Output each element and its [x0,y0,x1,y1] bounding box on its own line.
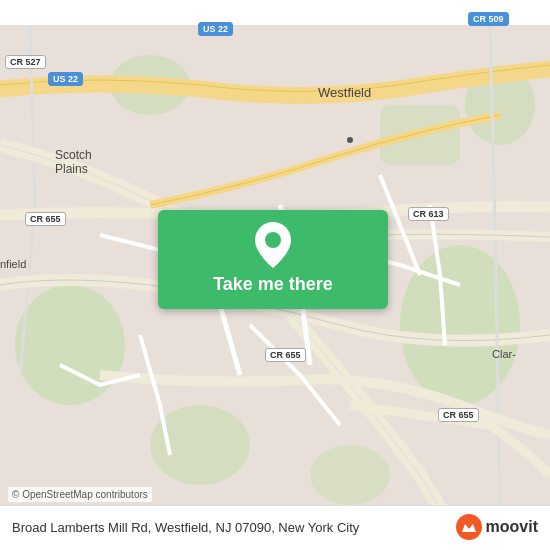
address-text: Broad Lamberts Mill Rd, Westfield, NJ 07… [12,520,456,535]
moovit-logo: moovit [456,514,538,540]
svg-point-6 [150,405,250,485]
take-me-there-label: Take me there [213,274,333,295]
moovit-text: moovit [486,518,538,536]
take-me-there-button[interactable]: Take me there [158,210,388,309]
svg-point-10 [456,514,482,540]
svg-point-7 [310,445,390,505]
svg-point-9 [265,232,281,248]
map-container: CR 509 US 22 US 22 CR 527 CR 655 CR 613 … [0,0,550,550]
bottom-bar: Broad Lamberts Mill Rd, Westfield, NJ 07… [0,505,550,550]
osm-attribution: © OpenStreetMap contributors [8,487,152,502]
svg-point-2 [15,285,125,405]
svg-point-8 [347,137,353,143]
moovit-brand-icon [456,514,482,540]
location-pin-icon [255,222,291,268]
